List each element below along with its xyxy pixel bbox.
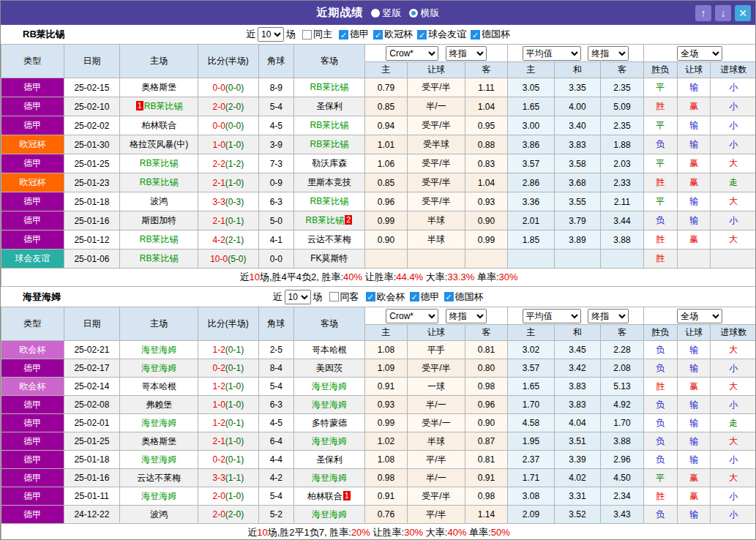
result-handicap: 赢 <box>678 487 711 506</box>
halftime-score: (1-2) <box>225 159 244 169</box>
radio-horizontal-layout[interactable]: 横版 <box>409 7 440 20</box>
average-select[interactable]: 平均值 <box>523 46 581 61</box>
average-select[interactable]: 平均值 <box>523 309 581 323</box>
match-score: 4-2(2-1) <box>198 230 259 250</box>
games-label: 场 <box>286 28 296 41</box>
odds-time-select[interactable]: 终指 <box>446 46 487 61</box>
halftime-score: (1-0) <box>225 178 244 188</box>
avg-home-odds: 4.58 <box>508 414 554 432</box>
handicap-line: 受平/半 <box>408 359 465 378</box>
odds-away: 1.14 <box>465 506 507 524</box>
fulltime-select[interactable]: 全场 <box>677 46 722 61</box>
league-filter-德甲[interactable]: ✓德甲 <box>334 28 369 41</box>
avg-draw-odds: 3.39 <box>554 451 600 469</box>
home-team: 海登海姆 <box>120 359 198 378</box>
corner-count: 3-9 <box>258 135 293 154</box>
league-filter-德国杯[interactable]: ✓德国杯 <box>440 290 484 304</box>
league-filter-球会友谊[interactable]: ✓球会友谊 <box>413 28 466 41</box>
match-date: 25-01-18 <box>64 192 120 211</box>
league-badge: 欧会杯 <box>1 378 64 396</box>
avg-time-select[interactable]: 终指 <box>588 46 629 61</box>
away-team: RB莱比锡2 <box>294 211 365 230</box>
league-filter-欧会杯[interactable]: ✓欧会杯 <box>362 290 405 304</box>
sub-header-odds-away: 客 <box>465 62 507 78</box>
avg-away-odds: 3.44 <box>601 211 643 230</box>
match-row: 德甲25-01-25奥格斯堡2-1(1-0)6-4海登海姆1.02半球0.871… <box>1 432 756 451</box>
result-goals: 小 <box>711 451 756 469</box>
team-name: 弗赖堡 <box>146 400 172 410</box>
bookmaker-select[interactable]: Crow* <box>386 46 438 61</box>
result-group-header: 全场 <box>643 45 756 62</box>
same-away-checkbox[interactable]: 同客 <box>325 290 359 304</box>
match-row: 德甲25-02-15奥格斯堡0-0(0-0)8-9RB莱比锡0.79受平/半1.… <box>1 78 756 97</box>
odds-time-select[interactable]: 终指 <box>446 309 487 323</box>
avg-away-odds: 2.28 <box>601 341 643 359</box>
match-score: 1-2(0-1) <box>198 341 259 359</box>
odds-group-header: Crow* 终指 <box>364 45 507 62</box>
avg-draw-odds: 3.83 <box>554 396 600 414</box>
section-rb-leipzig: RB莱比锡 近 10 场 同主 ✓德甲✓欧冠杯✓球会友谊✓德国杯 <box>1 25 755 287</box>
checkbox-unchecked-icon <box>302 30 312 40</box>
scroll-down-button[interactable]: ↓ <box>715 5 731 21</box>
odds-home: 0.76 <box>364 506 407 524</box>
avg-draw-odds: 3.68 <box>554 173 600 192</box>
halftime-score: (0-1) <box>225 454 244 465</box>
odds-away: 1.04 <box>465 173 507 192</box>
avg-away-odds: 1.70 <box>601 414 643 432</box>
avg-away-odds: 3.88 <box>601 432 643 451</box>
handicap-line: 受平/半 <box>408 154 465 173</box>
away-team: 海登海姆 <box>294 469 365 487</box>
league-filter-group: ✓欧会杯✓德甲✓德国杯 <box>362 290 484 304</box>
col-header-score: 比分(半场) <box>198 45 259 78</box>
avg-draw-odds: 3.51 <box>554 432 600 451</box>
corner-count: 5-4 <box>258 97 293 116</box>
halftime-score: (0-1) <box>225 363 244 373</box>
sub-header-goals: 进球数 <box>711 62 756 78</box>
league-filter-德国杯[interactable]: ✓德国杯 <box>466 28 510 41</box>
radio-vertical-layout[interactable]: 竖版 <box>371 7 402 20</box>
corner-count: 6-3 <box>258 192 293 211</box>
result-wdl: 胜 <box>643 173 677 192</box>
match-count-select[interactable]: 10 <box>258 27 284 42</box>
bookmaker-select[interactable]: Crow* <box>386 309 438 323</box>
result-goals: 走 <box>711 414 756 432</box>
match-date: 25-02-17 <box>64 359 120 378</box>
col-header-away: 客场 <box>294 45 365 78</box>
team-name: 多特蒙德 <box>312 418 347 428</box>
avg-draw-odds: 3.55 <box>554 192 600 211</box>
filters: 近 10 场 同客 ✓欧会杯✓德甲✓德国杯 <box>273 290 484 304</box>
match-count-select[interactable]: 10 <box>285 290 311 304</box>
match-score: 2-1(0-1) <box>198 211 259 230</box>
close-button[interactable]: ✕ <box>735 5 751 21</box>
same-home-checkbox[interactable]: 同主 <box>298 28 332 41</box>
near-label: 近 <box>246 28 255 41</box>
stats-summary: 近10场,胜2平1负7, 胜率:20% 让胜率:30% 大率:40% 单率:50… <box>1 524 756 540</box>
result-handicap: 输 <box>678 211 711 230</box>
team-name: 海登海姆 <box>141 491 176 501</box>
home-team: 1RB莱比锡 <box>120 97 198 116</box>
sub-header-handicap: 让球 <box>408 325 465 341</box>
match-score: 2-0(2-0) <box>198 506 259 524</box>
fulltime-score: 2-0 <box>213 509 225 520</box>
corner-count: 0-9 <box>258 173 293 192</box>
card-badge: 1 <box>343 491 351 500</box>
league-badge: 德甲 <box>1 192 64 211</box>
result-wdl: 负 <box>643 341 677 359</box>
avg-away-odds: 2.96 <box>601 451 643 469</box>
team-name: 海登海姆 <box>141 454 176 465</box>
league-filter-德甲[interactable]: ✓德甲 <box>405 290 440 304</box>
team-name: 哥本哈根 <box>141 381 176 391</box>
avg-time-select[interactable]: 终指 <box>588 309 629 323</box>
fulltime-select[interactable]: 全场 <box>677 309 722 323</box>
scroll-up-button[interactable]: ↑ <box>695 5 711 21</box>
away-team: 里斯本竞技 <box>294 173 365 192</box>
sub-header-handicap-result: 让球 <box>678 325 711 341</box>
home-team: 弗赖堡 <box>120 396 198 414</box>
league-filter-欧冠杯[interactable]: ✓欧冠杯 <box>369 28 413 41</box>
league-badge: 德甲 <box>1 154 64 173</box>
fulltime-score: 2-0 <box>213 491 225 501</box>
halftime-score: (1-0) <box>225 491 244 501</box>
team-name: 里斯本竞技 <box>307 177 351 187</box>
col-header-home: 主场 <box>120 45 198 78</box>
match-date: 25-02-10 <box>64 97 120 116</box>
